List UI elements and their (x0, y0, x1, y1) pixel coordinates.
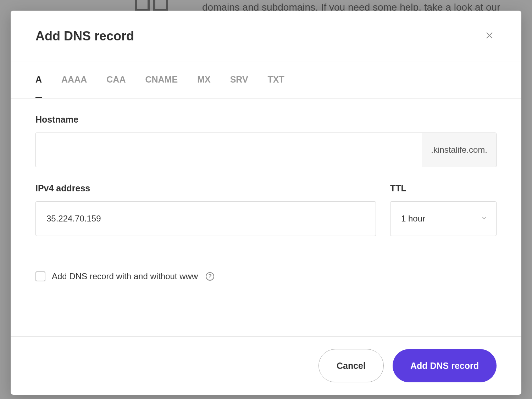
hostname-input[interactable] (35, 133, 422, 167)
ip-ttl-row: IPv4 address TTL 1 hour (35, 183, 497, 252)
modal-header: Add DNS record (11, 11, 521, 62)
tab-a[interactable]: A (35, 62, 42, 98)
bg-square (153, 0, 168, 11)
ipv4-input[interactable] (35, 201, 376, 236)
help-icon[interactable]: ? (206, 272, 214, 281)
hostname-row: .kinstalife.com. (35, 133, 497, 167)
cancel-button[interactable]: Cancel (318, 349, 384, 382)
www-checkbox-label: Add DNS record with and without www (52, 271, 198, 281)
hostname-label: Hostname (35, 114, 497, 125)
ipv4-label: IPv4 address (35, 183, 376, 193)
ttl-select[interactable]: 1 hour (390, 201, 497, 236)
record-type-tabs: A AAAA CAA CNAME MX SRV TXT (11, 62, 521, 99)
bg-square (135, 0, 150, 11)
tab-cname[interactable]: CNAME (145, 62, 178, 98)
hostname-suffix: .kinstalife.com. (422, 133, 497, 167)
www-checkbox[interactable] (35, 271, 45, 281)
close-button[interactable] (482, 28, 497, 44)
tab-aaaa[interactable]: AAAA (61, 62, 87, 98)
ttl-label: TTL (390, 183, 497, 193)
tab-mx[interactable]: MX (197, 62, 211, 98)
modal-title: Add DNS record (35, 29, 134, 44)
tab-srv[interactable]: SRV (230, 62, 248, 98)
modal-footer: Cancel Add DNS record (11, 336, 521, 395)
ttl-select-wrap: 1 hour (390, 201, 497, 236)
tab-txt[interactable]: TXT (268, 62, 284, 98)
add-dns-modal: Add DNS record A AAAA CAA CNAME MX SRV T… (11, 11, 521, 395)
hostname-field: Hostname .kinstalife.com. (35, 114, 497, 167)
submit-button[interactable]: Add DNS record (393, 349, 497, 382)
www-checkbox-row: Add DNS record with and without www ? (35, 271, 497, 281)
modal-body: Hostname .kinstalife.com. IPv4 address T… (11, 99, 521, 336)
tab-caa[interactable]: CAA (106, 62, 126, 98)
ttl-field: TTL 1 hour (390, 183, 497, 236)
bg-decorative-squares (135, 0, 168, 11)
ipv4-field: IPv4 address (35, 183, 376, 236)
close-icon (485, 31, 494, 40)
